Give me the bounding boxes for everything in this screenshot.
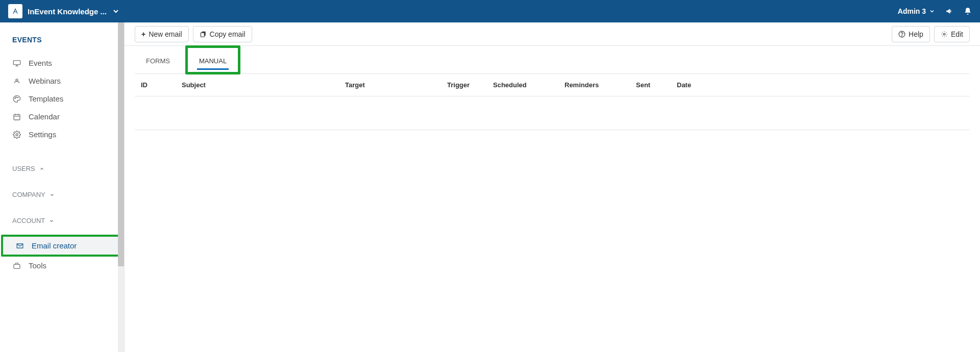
button-label: Help [909, 30, 923, 38]
table-header-row: ID Subject Target Trigger Scheduled Remi… [135, 74, 970, 96]
sidebar-item-label: Email creator [32, 241, 77, 250]
gear-icon [12, 131, 21, 139]
user-menu[interactable]: Admin 3 [898, 7, 935, 15]
new-email-button[interactable]: + New email [135, 26, 189, 42]
svg-point-4 [15, 98, 15, 98]
envelope-icon [15, 242, 24, 250]
sidebar-item-label: Calendar [29, 112, 60, 121]
table-row [135, 96, 970, 130]
sidebar-item-label: Tools [29, 261, 46, 270]
sidebar-item-label: Events [29, 59, 52, 67]
plus-icon: + [141, 30, 145, 38]
sidebar-item-settings[interactable]: Settings [0, 125, 124, 143]
button-label: Copy email [210, 30, 246, 38]
svg-rect-0 [13, 60, 20, 64]
col-id[interactable]: ID [135, 74, 176, 96]
col-target[interactable]: Target [339, 74, 441, 96]
col-reminders[interactable]: Reminders [558, 74, 630, 96]
svg-point-16 [902, 35, 902, 36]
palette-icon [12, 95, 21, 103]
monitor-icon [12, 59, 21, 67]
sidebar-item-email-creator[interactable]: Email creator [3, 237, 121, 255]
highlight-email-creator: Email creator [1, 235, 123, 257]
gear-icon [941, 31, 948, 38]
button-label: Edit [951, 30, 963, 38]
sidebar-item-label: Webinars [29, 77, 61, 85]
chevron-down-icon [50, 192, 55, 197]
svg-rect-14 [201, 33, 204, 37]
sidebar-item-label: Settings [29, 130, 56, 139]
svg-point-5 [16, 97, 16, 97]
sidebar-item-templates[interactable]: Templates [0, 90, 124, 108]
tab-forms[interactable]: FORMS [135, 48, 181, 72]
sidebar-scrollbar-thumb[interactable] [118, 22, 124, 266]
section-label: USERS [12, 165, 35, 172]
sidebar-section-account[interactable]: ACCOUNT [0, 214, 124, 230]
sidebar-item-webinars[interactable]: Webinars [0, 72, 124, 90]
megaphone-icon[interactable] [945, 7, 953, 15]
emails-table: ID Subject Target Trigger Scheduled Remi… [135, 74, 970, 130]
tab-manual[interactable]: MANUAL [188, 48, 238, 72]
button-label: New email [149, 30, 182, 38]
sidebar-section-events[interactable]: EVENTS [0, 33, 124, 47]
brand-title[interactable]: InEvent Knowledge ... [28, 7, 107, 16]
sidebar-scrollbar-track[interactable] [118, 22, 124, 352]
main-layout: EVENTS Events Webinars Templates [0, 22, 980, 352]
col-sent[interactable]: Sent [630, 74, 671, 96]
sidebar-item-label: Templates [29, 94, 63, 103]
sidebar-item-calendar[interactable]: Calendar [0, 108, 124, 125]
col-trigger[interactable]: Trigger [441, 74, 487, 96]
svg-rect-12 [14, 264, 20, 268]
chevron-down-icon [49, 218, 54, 223]
toolbox-icon [12, 262, 21, 270]
tabs: FORMS MANUAL [135, 46, 970, 74]
svg-point-3 [16, 79, 18, 81]
webinar-icon [12, 77, 21, 85]
question-circle-icon [898, 31, 905, 38]
edit-button[interactable]: Edit [934, 26, 970, 42]
col-subject[interactable]: Subject [176, 74, 339, 96]
copy-email-button[interactable]: Copy email [193, 26, 252, 42]
sidebar-item-tools[interactable]: Tools [0, 257, 124, 274]
section-label: COMPANY [12, 191, 45, 198]
topbar-left: InEvent Knowledge ... [8, 4, 120, 18]
svg-point-6 [17, 97, 18, 97]
topbar-right: Admin 3 [898, 7, 972, 15]
svg-point-17 [943, 33, 945, 35]
user-name: Admin 3 [898, 7, 926, 15]
help-button[interactable]: Help [892, 26, 930, 42]
copy-icon [200, 31, 207, 38]
section-label: ACCOUNT [12, 217, 45, 224]
calendar-icon [12, 113, 21, 121]
sidebar-item-events[interactable]: Events [0, 54, 124, 72]
col-scheduled[interactable]: Scheduled [487, 74, 558, 96]
main-content: + New email Copy email Help [125, 22, 980, 352]
svg-rect-7 [14, 114, 20, 120]
sidebar: EVENTS Events Webinars Templates [0, 22, 125, 352]
chevron-down-icon[interactable] [112, 7, 120, 15]
bell-icon[interactable] [964, 7, 972, 15]
top-navbar: InEvent Knowledge ... Admin 3 [0, 0, 980, 22]
highlight-manual-tab: MANUAL [185, 45, 240, 74]
col-date[interactable]: Date [671, 74, 970, 96]
sidebar-section-users[interactable]: USERS [0, 162, 124, 178]
brand-logo[interactable] [8, 4, 22, 18]
chevron-up-icon [39, 166, 44, 171]
sidebar-section-company[interactable]: COMPANY [0, 188, 124, 204]
toolbar: + New email Copy email Help [125, 22, 980, 46]
svg-point-11 [16, 134, 18, 136]
